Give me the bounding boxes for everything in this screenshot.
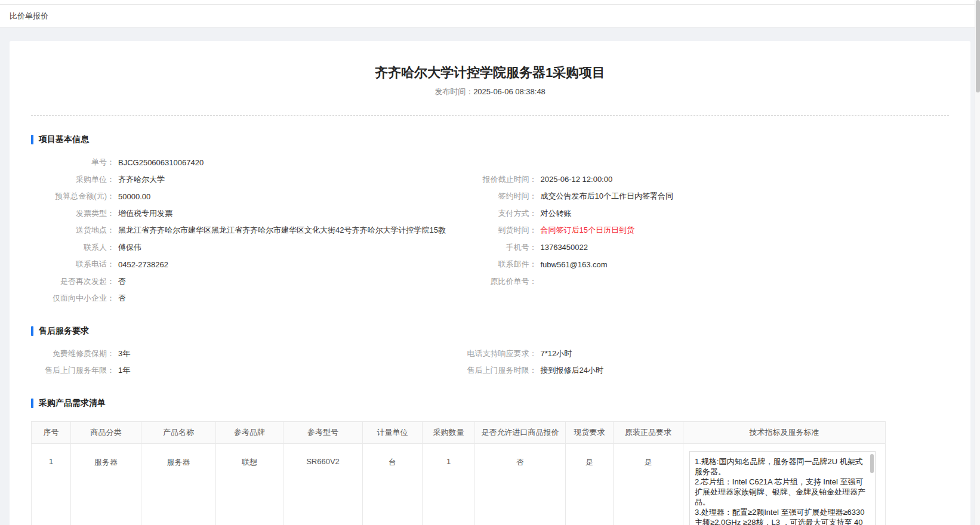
field-row-contact-mobile: 联系人：傅保伟 手机号：13763450022 xyxy=(31,239,949,257)
field-row-phone-email: 联系电话：0452-2738262 联系邮件：fubw561@163.com xyxy=(31,256,949,273)
cell-brand: 联想 xyxy=(216,443,283,525)
table-header-cell: 计量单位 xyxy=(363,421,423,443)
table-header-cell: 商品分类 xyxy=(71,421,141,443)
publish-time-label: 发布时间： xyxy=(434,87,473,96)
field-value: 0452-2738262 xyxy=(118,260,168,269)
breadcrumb: 比价单报价 xyxy=(10,11,48,21)
field-label: 支付方式： xyxy=(453,208,537,219)
field-value: 齐齐哈尔大学 xyxy=(118,174,165,185)
table-header-cell: 是否允许进口商品报价 xyxy=(475,421,566,443)
field-label: 联系电话： xyxy=(31,259,115,270)
field-value-delivery-time: 合同签订后15个日历日到货 xyxy=(540,225,634,236)
field-value: 否 xyxy=(118,293,126,304)
cell-unit: 台 xyxy=(363,443,423,525)
field-value: 3年 xyxy=(118,348,130,359)
tech-spec-scrollbox[interactable]: 1.规格:国内知名品牌，服务器同一品牌2U 机架式服务器。2.芯片组：Intel… xyxy=(689,451,876,525)
cell-tech-specs: 1.规格:国内知名品牌，服务器同一品牌2U 机架式服务器。2.芯片组：Intel… xyxy=(683,443,886,525)
field-label: 售后上门服务时限： xyxy=(453,365,537,376)
cell-seq: 1 xyxy=(32,443,71,525)
field-value: fubw561@163.com xyxy=(540,260,607,269)
field-row-purchaser-deadline: 采购单位：齐齐哈尔大学 报价截止时间：2025-06-12 12:00:00 xyxy=(31,171,949,189)
field-row-order-no: 单号：BJCG250606310067420 xyxy=(31,154,949,171)
field-row-warranty-response: 免费维修质保期：3年 电话支持响应要求：7*12小时 xyxy=(31,345,949,363)
field-value: 13763450022 xyxy=(540,243,588,252)
content-card: 齐齐哈尔大学计控学院服务器1采购项目 发布时间：2025-06-06 08:38… xyxy=(10,41,970,525)
section-title-text: 采购产品需求清单 xyxy=(39,398,106,409)
cell-category: 服务器 xyxy=(71,443,141,525)
cell-model: SR660V2 xyxy=(283,443,363,525)
field-label: 免费维修质保期： xyxy=(31,348,115,359)
field-value: 2025-06-12 12:00:00 xyxy=(540,175,612,184)
field-value: 黑龙江省齐齐哈尔市建华区黑龙江省齐齐哈尔市建华区文化大街42号齐齐哈尔大学计控学… xyxy=(118,225,446,236)
table-header-cell: 采购数量 xyxy=(423,421,475,443)
field-row-onsite-service: 售后上门服务年限：1年 售后上门服务时限：接到报修后24小时 xyxy=(31,362,949,379)
field-value: 对公转账 xyxy=(540,208,571,219)
table-header-cell: 现货要求 xyxy=(566,421,614,443)
field-value: 否 xyxy=(118,276,126,287)
table-header-row: 序号商品分类产品名称参考品牌参考型号计量单位采购数量是否允许进口商品报价现货要求… xyxy=(32,421,886,443)
table-header-cell: 序号 xyxy=(32,421,71,443)
tech-spec-line: 3.处理器：配置≥2颗Intel 至强可扩展处理器≥6330主频≥2.0GHz … xyxy=(695,507,865,525)
section-title-bar xyxy=(31,399,33,408)
field-value: 增值税专用发票 xyxy=(118,208,172,219)
table-header-cell: 参考品牌 xyxy=(216,421,283,443)
field-label: 联系邮件： xyxy=(453,259,537,270)
cell-original-required: 是 xyxy=(614,443,683,525)
tech-spec-line: 1.规格:国内知名品牌，服务器同一品牌2U 机架式服务器。 xyxy=(695,456,865,477)
field-label: 手机号： xyxy=(453,242,537,253)
table-header-cell: 原装正品要求 xyxy=(614,421,683,443)
page-scrollbar[interactable] xyxy=(975,0,980,525)
tech-scrollbar-thumb[interactable] xyxy=(870,454,874,473)
field-row-budget-signtime: 预算总金额(元)：50000.00 签约时间：成交公告发布后10个工作日内签署合… xyxy=(31,188,949,205)
top-strip xyxy=(0,0,980,5)
table-header-cell: 技术指标及服务标准 xyxy=(683,421,886,443)
field-label: 原比价单号： xyxy=(453,276,537,287)
field-label: 是否再次发起： xyxy=(31,276,115,287)
field-value: 成交公告发布后10个工作日内签署合同 xyxy=(540,191,673,202)
page-title: 齐齐哈尔大学计控学院服务器1采购项目 xyxy=(31,64,949,82)
field-label: 采购单位： xyxy=(31,174,115,185)
field-value: 50000.00 xyxy=(118,192,150,201)
cell-qty: 1 xyxy=(423,443,475,525)
cell-import-allowed: 否 xyxy=(475,443,566,525)
cell-product-name: 服务器 xyxy=(141,443,216,525)
section-title-bar xyxy=(31,326,33,336)
field-label: 仅面向中小企业： xyxy=(31,293,115,304)
table-header-cell: 产品名称 xyxy=(141,421,216,443)
section-basic-info-title: 项目基本信息 xyxy=(31,134,949,146)
field-label: 联系人： xyxy=(31,242,115,253)
section-after-sales-title: 售后服务要求 xyxy=(31,325,949,337)
field-value: BJCG250606310067420 xyxy=(118,158,204,167)
field-row-invoice-payment: 发票类型：增值税专用发票 支付方式：对公转账 xyxy=(31,205,949,223)
app-header: 比价单报价 xyxy=(0,5,980,27)
page-content: 齐齐哈尔大学计控学院服务器1采购项目 发布时间：2025-06-06 08:38… xyxy=(0,27,980,525)
tech-spec-line: 2.芯片组：Intel C621A 芯片组，支持 Intel 至强可扩展处理器家… xyxy=(695,477,865,507)
field-label: 发票类型： xyxy=(31,208,115,219)
cell-in-stock: 是 xyxy=(566,443,614,525)
field-label: 报价截止时间： xyxy=(453,174,537,185)
product-requirements-table: 序号商品分类产品名称参考品牌参考型号计量单位采购数量是否允许进口商品报价现货要求… xyxy=(31,421,886,525)
field-label: 电话支持响应要求： xyxy=(453,348,537,359)
field-label: 到货时间： xyxy=(453,225,537,236)
table-row: 1 服务器 服务器 联想 SR660V2 台 1 否 是 是 1.规格:国内知名… xyxy=(32,443,886,525)
publish-time-value: 2025-06-06 08:38:48 xyxy=(473,87,546,96)
basic-info-grid: 单号：BJCG250606310067420 采购单位：齐齐哈尔大学 报价截止时… xyxy=(31,154,949,307)
field-label: 预算总金额(元)： xyxy=(31,191,115,202)
field-label: 单号： xyxy=(31,157,115,168)
field-label: 售后上门服务年限： xyxy=(31,365,115,376)
section-title-text: 售后服务要求 xyxy=(39,326,89,336)
table-header-cell: 参考型号 xyxy=(283,421,363,443)
dashed-divider xyxy=(31,115,949,116)
field-value: 7*12小时 xyxy=(540,348,572,359)
field-label: 签约时间： xyxy=(453,191,537,202)
field-row-address-delivery: 送货地点：黑龙江省齐齐哈尔市建华区黑龙江省齐齐哈尔市建华区文化大街42号齐齐哈尔… xyxy=(31,222,949,239)
field-value: 1年 xyxy=(118,365,130,376)
field-row-reinitiated-originalno: 是否再次发起：否 原比价单号： xyxy=(31,273,949,291)
after-sales-grid: 免费维修质保期：3年 电话支持响应要求：7*12小时 售后上门服务年限：1年 售… xyxy=(31,345,949,379)
section-title-text: 项目基本信息 xyxy=(39,134,89,145)
page-scrollbar-thumb[interactable] xyxy=(976,0,980,92)
field-row-sme-only: 仅面向中小企业：否 xyxy=(31,290,949,307)
field-label: 送货地点： xyxy=(31,225,115,236)
section-title-bar xyxy=(31,135,33,144)
field-value: 傅保伟 xyxy=(118,242,141,253)
